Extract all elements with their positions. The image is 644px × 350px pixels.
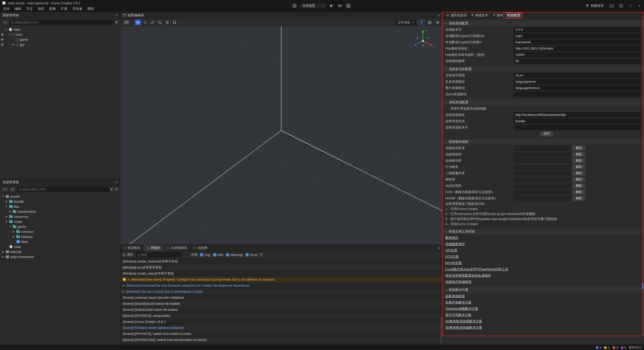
expand-arrow-icon[interactable]: ▶ [12,235,15,238]
log-row[interactable]: ▶[Window] Download the Vue Devtools exte… [120,283,442,289]
asset-node-game[interactable]: ▼game [0,224,120,229]
asset-node-libs[interactable]: ▼libs [0,204,120,209]
link-fullstack[interactable]: 全栈开发解决方案 [445,300,471,305]
regex-toggle[interactable]: 正则 [186,252,197,257]
asset-node-main-scene[interactable]: main [0,244,120,249]
checkbox-remote-enabled[interactable] [445,107,449,110]
console-tab-preview[interactable]: 资源预览 [120,245,144,251]
expand-caret-icon[interactable]: ▶ [128,278,130,281]
delete-button-effect[interactable]: 删除 [573,152,585,157]
expand-arrow-icon[interactable]: ▶ [5,215,8,218]
filter-icon[interactable] [110,188,113,191]
log-row[interactable]: [Window] ecs文件夹不存在 [120,265,442,271]
menu-help[interactable]: 帮助 [85,6,96,12]
checkbox-warning[interactable]: ✓ [226,253,229,256]
collapse-arrow-icon[interactable]: ▼ [5,220,8,223]
link-excel-tool[interactable]: Excel格式转Json文件与TypeScript代码工具 [445,267,508,272]
link-tutorial[interactable]: 教程项目 [445,236,458,240]
link-animator-editor[interactable]: 动画状态机编辑器 [445,280,471,284]
expand-arrow-icon[interactable]: ▶ [9,210,12,213]
panel-menu-icon[interactable]: ≡ [438,246,440,250]
asset-node-seedrandom[interactable]: ▶seedrandom [0,209,120,214]
camera-icon[interactable] [426,20,432,25]
snap-tool-button[interactable] [171,20,177,25]
inspector-scrollbar-thumb[interactable] [642,283,643,289]
asset-node-main-ts[interactable]: TSMain [0,239,120,244]
collapse-arrow-icon[interactable]: ▼ [9,225,12,228]
scene-light-toggle[interactable] [418,20,424,25]
expand-arrow-icon[interactable]: ▶ [12,230,15,233]
play-button[interactable] [328,3,335,9]
hierarchy-node-gui[interactable]: ▶gui [0,42,120,47]
menu-extension[interactable]: 扩展 [58,6,70,12]
delete-button-ecs[interactable]: 删除 [573,190,585,195]
delete-button-network[interactable]: 删除 [573,177,585,182]
collapse-arrow-icon[interactable]: ▼ [5,205,8,208]
regex-checkbox[interactable] [186,253,190,256]
minimize-button[interactable]: – [617,0,626,12]
link-tiledmap[interactable]: Tiledmap地图解决方案 [445,307,478,311]
console-tab-anim-editor[interactable]: 动画编辑器 [164,245,190,251]
panel-menu-icon[interactable]: ≡ [115,13,117,17]
assets-search-input[interactable] [22,188,107,191]
link-rpg2d[interactable]: 2D角色扮演游戏解决方案 [445,319,482,324]
error-count[interactable]: × 0 [613,346,618,349]
inspector-tab-build[interactable]: 构建发布 [469,12,490,19]
log-row[interactable]: [Scene] Cocos Creator v3.8.2 [120,319,442,325]
export-log-icon[interactable] [260,253,262,256]
log-row[interactable]: [Scene] Forward render pipeline initiali… [120,325,442,331]
filter-log[interactable]: ✓Log [200,253,210,257]
console-search-input[interactable] [141,253,180,256]
notification-count[interactable]: 0 [621,346,626,349]
link-guide[interactable]: 新手引导解决方案 [445,313,471,317]
expand-caret-icon[interactable]: ▶ [123,284,125,287]
expand-caret-icon[interactable]: ▶ [123,290,125,293]
layout-icon[interactable] [345,3,352,9]
expand-arrow-icon[interactable]: ▶ [12,43,15,46]
console-scrollbar[interactable] [440,317,442,344]
asset-node-initialize[interactable]: ▶initialize [0,234,120,239]
collapse-arrow-icon[interactable]: ▼ [8,33,11,36]
log-row[interactable]: ▶[Window] You are running Vue in develop… [120,289,442,295]
field-input-crypto-key[interactable] [514,33,640,38]
field-input-http-server[interactable] [514,46,640,51]
menu-project[interactable]: 项目 [35,6,47,12]
menu-file[interactable]: 文件 [1,6,12,12]
info-count[interactable]: i 3 [596,346,601,349]
refresh-icon[interactable] [115,188,118,191]
log-row[interactable]: [Scene] [box2d]:box2d wasm lib loaded. [120,301,442,307]
section-header-module-trim[interactable]: ∨框架模块裁剪 [443,139,644,145]
link-mvvm-doc[interactable]: MVVM文档 [445,261,462,265]
field-input-remote-address[interactable] [514,112,640,117]
move-tool-button[interactable] [135,20,141,25]
console-tab-anim-graph[interactable]: 动画图 [190,245,211,251]
section-header-game-res[interactable]: ∨游戏资源配置 [443,99,644,105]
filter-info[interactable]: ✓Info [213,253,223,257]
delete-button-mvvm[interactable]: 删除 [573,196,585,201]
section-header-doc-links[interactable]: ∨框架文档工具链接 [443,229,644,235]
delete-button-camera[interactable]: 删除 [573,171,585,176]
field-input-texture-path[interactable] [514,85,640,91]
field-input-spine-path[interactable] [514,92,640,97]
hierarchy-node-main[interactable]: ▼main [0,27,120,32]
log-row[interactable]: [Scene] [PHYSICS]: using builtin. [120,313,442,319]
close-button[interactable]: × [635,0,644,12]
field-input-fps[interactable] [514,59,640,64]
log-row[interactable]: [Scene] [PHYSICS]: switch from builtin t… [120,331,442,337]
menu-edit[interactable]: 编辑 [12,6,24,12]
collapse-arrow-icon[interactable]: ▼ [2,195,5,198]
asset-node-resources[interactable]: ▶resources [0,214,120,219]
rotate-tool-button[interactable] [142,20,148,25]
field-input-json-path[interactable] [514,79,640,84]
link-rpg3d[interactable]: 3D角色扮演游戏解决方案 [445,325,482,330]
warning-count[interactable]: ! 1 [604,346,610,349]
open-folder-icon[interactable] [608,3,615,9]
log-row[interactable]: [Scene] [bullet]:bullet wasm lib loaded. [120,307,442,313]
console-tab-console[interactable]: 控制台 [144,245,164,251]
menu-node[interactable]: 节点 [24,6,35,12]
asset-node-common[interactable]: ▶common [0,229,120,234]
filter-warning[interactable]: ✓Warning [226,253,243,257]
delete-button-move[interactable]: 删除 [573,158,585,163]
build-publish-button[interactable]: 构建发布 [584,3,605,9]
menu-panel[interactable]: 面板 [47,6,58,12]
